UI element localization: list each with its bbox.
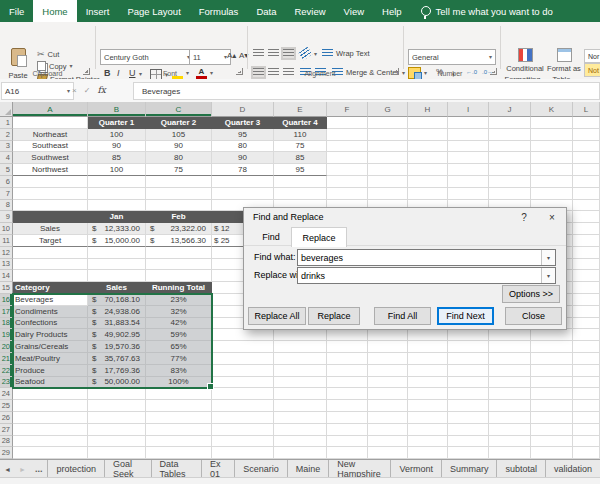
cell-G5[interactable] [368,164,408,176]
cell-B19[interactable]: $49,902.95 [88,329,146,341]
find-what-input[interactable]: beverages ▾ [297,249,556,266]
cell-K24[interactable] [531,388,573,400]
cell-L2[interactable] [573,129,600,141]
cell-J7[interactable] [489,188,531,200]
ribbon-tab-review[interactable]: Review [285,0,334,22]
cell-L9[interactable] [573,211,600,223]
row-header-26[interactable]: 26 [0,412,13,424]
cell-C17[interactable]: 32% [146,306,212,318]
insert-function-button[interactable]: fx [97,85,105,95]
row-header-5[interactable]: 5 [0,164,13,176]
cell-F21[interactable] [327,353,368,365]
row-header-28[interactable]: 28 [0,436,13,448]
cell-B14[interactable] [88,270,146,282]
cell-H20[interactable] [408,341,448,353]
cell-G20[interactable] [368,341,408,353]
cell-E19[interactable] [274,329,327,341]
replace-button[interactable]: Replace [308,307,360,325]
cell-J20[interactable] [489,341,531,353]
cell-G7[interactable] [368,188,408,200]
replace-with-input[interactable]: drinks ▾ [297,267,556,284]
cell-B7[interactable] [88,188,146,200]
ribbon-tab-data[interactable]: Data [247,0,285,22]
cell-E1[interactable]: Quarter 4 [274,117,327,129]
cell-A11[interactable]: Target [13,235,88,247]
cell-B26[interactable] [88,412,146,424]
cell-F25[interactable] [327,400,368,412]
row-header-24[interactable]: 24 [0,388,13,400]
cell-A21[interactable]: Meat/Poultry [13,353,88,365]
tell-me-box[interactable]: Tell me what you want to do [421,0,553,22]
cell-J6[interactable] [489,176,531,188]
cell-G29[interactable] [368,447,408,459]
column-header-B[interactable]: B [88,102,146,117]
cell-G21[interactable] [368,353,408,365]
cell-F3[interactable] [327,141,368,153]
cell-B23[interactable]: $50,000.00 [88,377,146,389]
cell-E27[interactable] [274,424,327,436]
cell-I27[interactable] [448,424,489,436]
cell-D3[interactable]: 80 [212,141,274,153]
cell-L29[interactable] [573,447,600,459]
cell-I22[interactable] [448,365,489,377]
cell-A7[interactable] [13,188,88,200]
number-dialog-launcher-icon[interactable] [490,68,497,75]
cell-A23[interactable]: Seafood [13,377,88,389]
cell-J25[interactable] [489,400,531,412]
sheet-tab-ex-01[interactable]: Ex 01 [201,460,234,478]
sheet-tab-validation[interactable]: validation [545,460,600,478]
cell-B15[interactable]: Sales [88,282,146,294]
cell-C9[interactable]: Feb [146,211,212,223]
ribbon-tab-formulas[interactable]: Formulas [190,0,248,22]
cell-J23[interactable] [489,377,531,389]
formula-input[interactable]: Beverages [133,82,600,100]
sheet-tab-data-tables[interactable]: Data Tables [151,460,201,478]
cell-G26[interactable] [368,412,408,424]
cell-F26[interactable] [327,412,368,424]
cell-H25[interactable] [408,400,448,412]
cell-B1[interactable]: Quarter 1 [88,117,146,129]
cell-G19[interactable] [368,329,408,341]
cell-F7[interactable] [327,188,368,200]
row-header-10[interactable]: 10 [0,223,13,235]
cell-G28[interactable] [368,436,408,448]
cell-A26[interactable] [13,412,88,424]
cell-E25[interactable] [274,400,327,412]
ribbon-tab-home[interactable]: Home [33,0,76,22]
cell-K25[interactable] [531,400,573,412]
cell-D19[interactable] [212,329,274,341]
bottom-align-button[interactable] [283,49,294,58]
more-sheets-button[interactable]: ... [30,460,49,478]
cell-B8[interactable] [88,200,146,212]
cell-F23[interactable] [327,377,368,389]
row-header-25[interactable]: 25 [0,400,13,412]
cell-C19[interactable]: 59% [146,329,212,341]
cell-I1[interactable] [448,117,489,129]
row-header-19[interactable]: 19 [0,329,13,341]
cell-I25[interactable] [448,400,489,412]
cell-I6[interactable] [448,176,489,188]
cell-K21[interactable] [531,353,573,365]
cell-G6[interactable] [368,176,408,188]
cell-D7[interactable] [212,188,274,200]
row-header-3[interactable]: 3 [0,141,13,153]
cell-L8[interactable] [573,200,600,212]
cell-A12[interactable] [13,247,88,259]
ribbon-tab-insert[interactable]: Insert [77,0,119,22]
cell-L16[interactable] [573,294,600,306]
cell-A8[interactable] [13,200,88,212]
cell-L11[interactable] [573,235,600,247]
cell-B24[interactable] [88,388,146,400]
cell-K5[interactable] [531,164,573,176]
cell-C8[interactable] [146,200,212,212]
top-align-button[interactable] [253,49,264,58]
replace-all-button[interactable]: Replace All [248,307,306,325]
cell-H5[interactable] [408,164,448,176]
cell-E24[interactable] [274,388,327,400]
dialog-tab-find[interactable]: Find [251,228,291,245]
cell-L20[interactable] [573,341,600,353]
row-header-7[interactable]: 7 [0,188,13,200]
cell-E26[interactable] [274,412,327,424]
cell-F29[interactable] [327,447,368,459]
column-header-C[interactable]: C [146,102,212,117]
